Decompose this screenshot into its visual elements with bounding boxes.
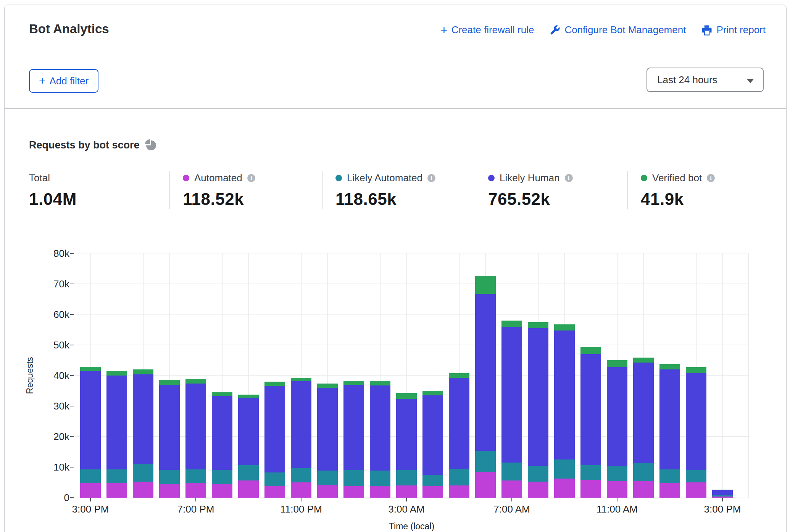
info-icon[interactable]: i	[707, 174, 715, 182]
legend-dot-likely-human	[488, 175, 495, 181]
bar-segment-automated	[580, 480, 601, 498]
bar-segment-likely-human	[449, 378, 469, 469]
bar-segment-likely-human	[396, 399, 417, 470]
bar-segment-likely-human	[580, 354, 601, 465]
bar-segment-likely-human	[659, 369, 680, 469]
legend-dot-likely-automated	[335, 175, 342, 181]
bar-segment-automated	[159, 484, 180, 498]
bar-segment-verified-bot	[712, 490, 733, 490]
stat-label: Likely Human	[500, 172, 560, 184]
bar-segment-verified-bot	[633, 358, 654, 363]
bar-4-00-am	[422, 391, 443, 498]
y-tick-mark	[70, 406, 74, 406]
stat-value: 118.52k	[183, 190, 314, 209]
bar-segment-verified-bot	[528, 322, 548, 328]
stat-label: Total	[29, 172, 50, 184]
x-tick-mark	[90, 498, 91, 501]
bar-segment-likely-automated	[607, 466, 627, 481]
stat-automated: Automatedi118.52k	[169, 171, 322, 209]
info-icon[interactable]: i	[427, 174, 435, 182]
bar-segment-likely-automated	[185, 469, 206, 483]
chart-title: Requests by bot score	[29, 139, 140, 151]
x-axis-line	[75, 498, 748, 498]
bar-segment-automated	[317, 485, 338, 498]
stat-likely-automated: Likely Automatedi118.65k	[322, 171, 475, 209]
bar-11-00-am	[607, 360, 627, 498]
bar-3-00-pm	[80, 367, 101, 498]
x-tick-label: 11:00 PM	[280, 503, 322, 515]
bar-segment-automated	[475, 472, 496, 498]
bar-2-00-am	[370, 381, 390, 498]
bar-7-00-pm	[185, 379, 206, 498]
x-tick-label: 3:00 PM	[704, 503, 741, 515]
bar-segment-likely-automated	[264, 472, 285, 486]
configure-bot-management-link[interactable]: Configure Bot Management	[549, 24, 686, 36]
bar-segment-likely-human	[264, 386, 285, 472]
y-tick-mark	[70, 375, 74, 376]
bar-segment-automated	[633, 481, 654, 498]
header-actions: + Create firewall rule Configure Bot Man…	[440, 24, 766, 36]
bar-segment-verified-bot	[343, 381, 364, 385]
bar-8-00-pm	[212, 392, 232, 498]
bar-segment-likely-automated	[159, 470, 180, 484]
stat-value: 41.9k	[641, 190, 772, 209]
bar-segment-likely-human	[238, 398, 259, 465]
bar-10-00-pm	[264, 382, 285, 498]
bar-segment-automated	[449, 485, 469, 498]
bar-segment-verified-bot	[238, 395, 259, 398]
bar-segment-likely-human	[633, 363, 654, 463]
bar-segment-verified-bot	[607, 360, 627, 367]
bar-segment-likely-automated	[449, 469, 469, 485]
printer-icon	[701, 24, 713, 36]
bar-6-00-pm	[159, 380, 180, 498]
stacked-bar-chart: Requests Time (local) 010k20k30k40k50k60…	[75, 253, 748, 498]
bar-segment-likely-automated	[317, 471, 338, 485]
y-tick-mark	[70, 497, 74, 498]
bar-segment-verified-bot	[475, 276, 496, 294]
bar-segment-likely-human	[317, 388, 338, 471]
time-range-value: Last 24 hours	[657, 74, 717, 86]
print-report-link[interactable]: Print report	[701, 24, 766, 36]
bar-segment-automated	[422, 486, 443, 498]
add-filter-button[interactable]: + Add filter	[29, 69, 98, 93]
bar-segment-automated	[212, 484, 232, 498]
bar-12-00-pm	[633, 358, 654, 498]
bar-segment-verified-bot	[264, 382, 285, 386]
bar-segment-verified-bot	[449, 373, 469, 378]
stat-verified-bot: Verified boti41.9k	[627, 171, 780, 209]
y-tick-mark	[70, 284, 74, 284]
bar-segment-likely-automated	[712, 495, 733, 496]
bar-segment-likely-automated	[396, 470, 417, 485]
divider	[5, 108, 786, 109]
bar-segment-automated	[396, 485, 417, 498]
stat-label: Verified bot	[652, 172, 702, 184]
time-range-select[interactable]: Last 24 hours	[647, 68, 764, 92]
stat-label: Likely Automated	[347, 172, 422, 184]
y-tick-label: 80k	[35, 248, 69, 259]
bar-segment-likely-human	[422, 395, 443, 475]
bar-4-00-pm	[106, 371, 127, 498]
bar-segment-likely-automated	[686, 470, 706, 482]
bar-segment-automated	[238, 480, 259, 498]
create-firewall-rule-link[interactable]: + Create firewall rule	[440, 24, 534, 36]
bar-segment-likely-automated	[580, 465, 601, 480]
info-icon[interactable]: i	[247, 174, 255, 182]
bar-segment-verified-bot	[659, 364, 680, 369]
stat-total: Total1.04M	[29, 171, 169, 209]
bar-1-00-am	[343, 381, 364, 498]
plus-icon: +	[440, 25, 448, 35]
bar-segment-automated	[133, 482, 153, 498]
bar-segment-likely-human	[159, 385, 180, 470]
info-icon[interactable]: i	[565, 174, 573, 182]
x-tick-mark	[406, 498, 407, 501]
bar-segment-likely-automated	[238, 465, 259, 480]
bar-segment-likely-automated	[422, 475, 443, 486]
bar-segment-likely-human	[607, 367, 627, 466]
gridline-vertical	[748, 253, 749, 498]
bar-segment-likely-human	[475, 294, 496, 450]
bar-segment-likely-human	[528, 328, 548, 466]
bar-segment-verified-bot	[80, 367, 101, 371]
gridline-horizontal	[75, 284, 748, 284]
y-tick-label: 10k	[35, 461, 69, 473]
x-tick-label: 7:00 AM	[493, 503, 530, 515]
